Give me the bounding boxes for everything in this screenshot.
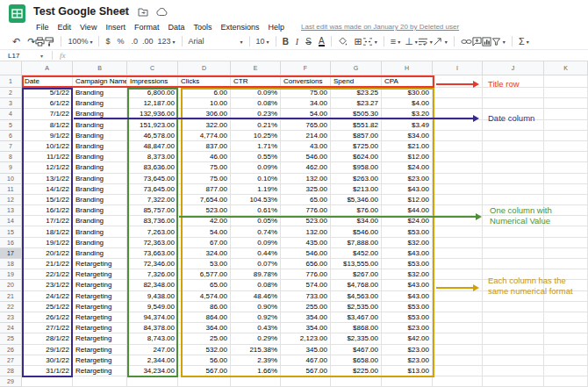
row-header-3[interactable]: 3: [0, 98, 22, 109]
cell-H20[interactable]: $43.00: [382, 280, 433, 290]
cell-C7[interactable]: 48,847.00: [127, 141, 178, 152]
cell-F26[interactable]: 345.00: [281, 345, 331, 355]
bold-button[interactable]: B: [283, 37, 289, 47]
cell-A11[interactable]: 14/1/22: [22, 184, 73, 195]
cell-K29[interactable]: [544, 376, 588, 387]
cell-I22[interactable]: [433, 302, 483, 312]
cell-H2[interactable]: $30.00: [382, 88, 433, 98]
cell-H8[interactable]: $12.00: [382, 152, 433, 162]
cell-F23[interactable]: 354.00: [281, 312, 331, 323]
row-header-10[interactable]: 10: [0, 174, 22, 184]
cell-K10[interactable]: [544, 174, 588, 184]
cell-K1[interactable]: [544, 75, 588, 88]
cell-B4[interactable]: Branding: [73, 109, 127, 119]
cell-D12[interactable]: 7,654.00: [178, 195, 231, 205]
cell-F15[interactable]: 132.00: [281, 226, 331, 237]
cell-H25[interactable]: $42.00: [382, 333, 433, 344]
cell-F18[interactable]: 656.00: [281, 259, 331, 269]
cell-G25[interactable]: $2,335.00: [331, 333, 382, 344]
cell-I11[interactable]: [433, 184, 483, 195]
cell-E29[interactable]: [231, 376, 281, 387]
cell-A14[interactable]: 17/1/22: [22, 216, 73, 226]
cell-D10[interactable]: 75.00: [178, 174, 231, 184]
cell-I29[interactable]: [433, 376, 483, 387]
cell-J7[interactable]: [483, 141, 544, 152]
cell-F12[interactable]: 65.00: [281, 195, 331, 205]
cell-C26[interactable]: 247.00: [127, 345, 178, 355]
cell-C18[interactable]: 72,346.00: [127, 259, 178, 269]
cell-F29[interactable]: [281, 376, 331, 387]
cell-F4[interactable]: 54.00: [281, 109, 331, 119]
paint-format-icon[interactable]: [45, 37, 54, 47]
insert-link-icon[interactable]: [461, 37, 472, 47]
cell-C11[interactable]: 73,645.00: [127, 184, 178, 195]
cell-J6[interactable]: [483, 131, 544, 141]
cell-J13[interactable]: [483, 205, 544, 216]
cell-G27[interactable]: $658.00: [331, 355, 382, 366]
cell-B25[interactable]: Retargeting: [73, 333, 127, 344]
cell-A4[interactable]: 7/1/22: [22, 109, 73, 119]
document-title[interactable]: Test Google Sheet: [33, 5, 129, 18]
cell-H21[interactable]: $43.00: [382, 291, 433, 302]
cell-I7[interactable]: [433, 141, 483, 152]
cell-D2[interactable]: 6.00: [178, 88, 231, 98]
cell-J24[interactable]: [483, 323, 544, 333]
cell-K8[interactable]: [544, 152, 588, 162]
cell-C23[interactable]: 94,374.00: [127, 312, 178, 323]
cell-C28[interactable]: 34,234.00: [127, 366, 178, 376]
cell-J19[interactable]: [483, 269, 544, 280]
cell-F17[interactable]: 546.00: [281, 248, 331, 259]
cell-H14[interactable]: $24.00: [382, 216, 433, 226]
cell-E8[interactable]: 0.55%: [231, 152, 281, 162]
zoom-select[interactable]: 100%▾: [68, 37, 92, 46]
cell-K26[interactable]: [544, 345, 588, 355]
number-format-button[interactable]: 123▾: [158, 37, 176, 46]
cell-D3[interactable]: 10.00: [178, 98, 231, 109]
cell-F27[interactable]: 467.00: [281, 355, 331, 366]
cell-E24[interactable]: 0.43%: [231, 323, 281, 333]
cell-C29[interactable]: [127, 376, 178, 387]
cell-D19[interactable]: 6,577.00: [178, 269, 231, 280]
cell-A6[interactable]: 9/1/22: [22, 131, 73, 141]
cell-E26[interactable]: 215.38%: [231, 345, 281, 355]
column-header-K[interactable]: K: [544, 61, 588, 75]
print-icon[interactable]: [35, 37, 45, 47]
column-header-I[interactable]: I: [433, 61, 483, 75]
cell-B11[interactable]: Branding: [73, 184, 127, 195]
cell-F24[interactable]: 354.00: [281, 323, 331, 333]
italic-button[interactable]: I: [296, 37, 298, 47]
cell-A27[interactable]: 30/1/22: [22, 355, 73, 366]
cell-I21[interactable]: [433, 291, 483, 302]
cell-F11[interactable]: 325.00: [281, 184, 331, 195]
cell-C21[interactable]: 9,438.00: [127, 291, 178, 302]
row-header-21[interactable]: 21: [0, 291, 22, 302]
cell-K17[interactable]: [544, 248, 588, 259]
cell-B10[interactable]: Branding: [73, 174, 127, 184]
cell-D14[interactable]: 42.00: [178, 216, 231, 226]
cell-B5[interactable]: Branding: [73, 120, 127, 131]
row-header-29[interactable]: 29: [0, 376, 22, 387]
row-header-5[interactable]: 5: [0, 120, 22, 131]
cell-B24[interactable]: Retargeting: [73, 323, 127, 333]
cell-I3[interactable]: [433, 98, 483, 109]
cell-H26[interactable]: $23.00: [382, 345, 433, 355]
cell-D28[interactable]: 567.00: [178, 366, 231, 376]
row-header-12[interactable]: 12: [0, 195, 22, 205]
cell-A2[interactable]: 5/1/22: [22, 88, 73, 98]
format-percent-button[interactable]: %: [118, 37, 125, 46]
cell-I26[interactable]: [433, 345, 483, 355]
cell-G7[interactable]: $725.00: [331, 141, 382, 152]
cell-K22[interactable]: [544, 302, 588, 312]
cell-K14[interactable]: [544, 216, 588, 226]
row-header-11[interactable]: 11: [0, 184, 22, 195]
cell-G13[interactable]: $76.00: [331, 205, 382, 216]
menu-item-insert[interactable]: Insert: [101, 23, 130, 32]
cell-A26[interactable]: 29/1/22: [22, 345, 73, 355]
cell-J25[interactable]: [483, 333, 544, 344]
cell-D27[interactable]: 56.00: [178, 355, 231, 366]
strikethrough-button[interactable]: S: [305, 37, 312, 47]
cell-A9[interactable]: 12/1/22: [22, 162, 73, 173]
cell-J3[interactable]: [483, 98, 544, 109]
cell-G1[interactable]: Spend: [331, 75, 382, 88]
cell-G17[interactable]: $452.00: [331, 248, 382, 259]
